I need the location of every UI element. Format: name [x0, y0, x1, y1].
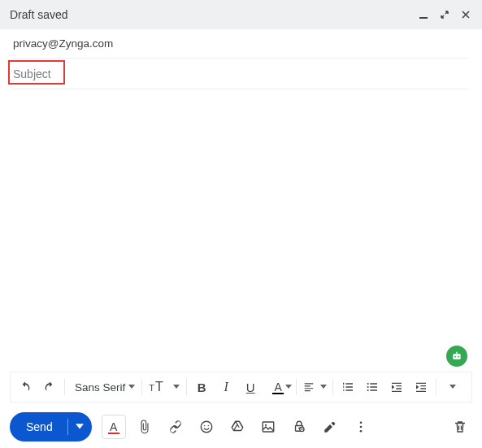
toolbar-separator	[64, 379, 65, 395]
trash-icon[interactable]	[448, 415, 472, 439]
subject-input[interactable]	[13, 64, 469, 84]
to-field[interactable]: privacy@Zynga.com	[13, 29, 469, 59]
header-controls	[417, 8, 472, 21]
to-recipient: privacy@Zynga.com	[13, 37, 113, 50]
attach-icon[interactable]	[132, 415, 157, 439]
bold-button[interactable]: B	[190, 376, 213, 398]
align-button[interactable]	[300, 376, 329, 398]
font-size-picker[interactable]: T T	[145, 376, 183, 398]
svg-point-10	[207, 425, 209, 427]
confidential-icon[interactable]	[287, 415, 311, 439]
drive-icon[interactable]	[225, 415, 250, 439]
svg-point-5	[367, 383, 369, 385]
svg-point-18	[359, 430, 362, 433]
numbered-list-button[interactable]	[337, 376, 359, 398]
bottom-bar: Send A	[0, 406, 482, 448]
send-button[interactable]: Send	[10, 412, 67, 441]
format-toolbar: Sans Serif T T B I U A	[10, 372, 472, 402]
svg-point-7	[367, 389, 369, 391]
undo-button[interactable]	[14, 376, 37, 398]
signature-icon[interactable]	[318, 415, 342, 439]
indent-decrease-button[interactable]	[385, 376, 408, 398]
message-body-area	[0, 89, 482, 372]
toolbar-separator	[186, 379, 187, 395]
toolbar-separator	[141, 379, 142, 395]
svg-point-2	[454, 356, 456, 358]
chevron-down-icon	[285, 385, 292, 389]
svg-point-17	[359, 426, 362, 428]
image-icon[interactable]	[256, 415, 280, 439]
svg-point-12	[265, 424, 267, 426]
text-color-swatch	[272, 393, 284, 394]
svg-point-8	[201, 421, 212, 433]
svg-point-16	[359, 421, 362, 424]
svg-point-6	[367, 386, 369, 388]
chevron-down-icon	[449, 385, 456, 389]
svg-rect-11	[263, 422, 274, 432]
bottom-icons: A	[102, 415, 373, 439]
more-formatting-button[interactable]	[440, 376, 462, 398]
send-options-button[interactable]	[67, 412, 92, 441]
redo-button[interactable]	[38, 376, 61, 398]
send-group: Send	[10, 412, 92, 441]
more-options-icon[interactable]	[349, 415, 373, 439]
text-color-button[interactable]: A	[263, 376, 293, 398]
minimize-icon[interactable]	[417, 8, 430, 21]
message-body-input[interactable]	[13, 96, 469, 365]
header-title: Draft saved	[10, 8, 68, 21]
chevron-down-icon	[173, 385, 180, 389]
svg-rect-1	[453, 354, 460, 359]
close-icon[interactable]	[459, 8, 472, 21]
font-family-picker[interactable]: Sans Serif	[68, 376, 138, 398]
svg-point-9	[204, 425, 206, 427]
bulleted-list-button[interactable]	[361, 376, 384, 398]
link-icon[interactable]	[163, 415, 188, 439]
font-size-label: T T	[149, 380, 163, 394]
underline-button[interactable]: U	[239, 376, 262, 398]
font-family-label: Sans Serif	[75, 381, 125, 394]
toolbar-separator	[436, 379, 436, 395]
svg-point-3	[458, 356, 459, 358]
indent-increase-button[interactable]	[410, 376, 432, 398]
text-color-toggle[interactable]: A	[102, 415, 126, 439]
svg-rect-4	[456, 352, 457, 354]
assistant-icon[interactable]	[446, 346, 467, 367]
italic-button[interactable]: I	[215, 376, 237, 398]
text-color-swatch	[108, 433, 119, 434]
toolbar-separator	[332, 379, 333, 395]
svg-rect-0	[419, 17, 428, 19]
chevron-down-icon	[128, 385, 135, 389]
emoji-icon[interactable]	[194, 415, 219, 439]
subject-field-wrap	[13, 59, 469, 89]
compose-header: Draft saved	[0, 0, 482, 29]
chevron-down-icon	[76, 424, 84, 430]
toolbar-separator	[296, 379, 297, 395]
chevron-down-icon	[320, 385, 327, 389]
popout-icon[interactable]	[438, 8, 451, 21]
compose-fields: privacy@Zynga.com	[0, 29, 482, 89]
